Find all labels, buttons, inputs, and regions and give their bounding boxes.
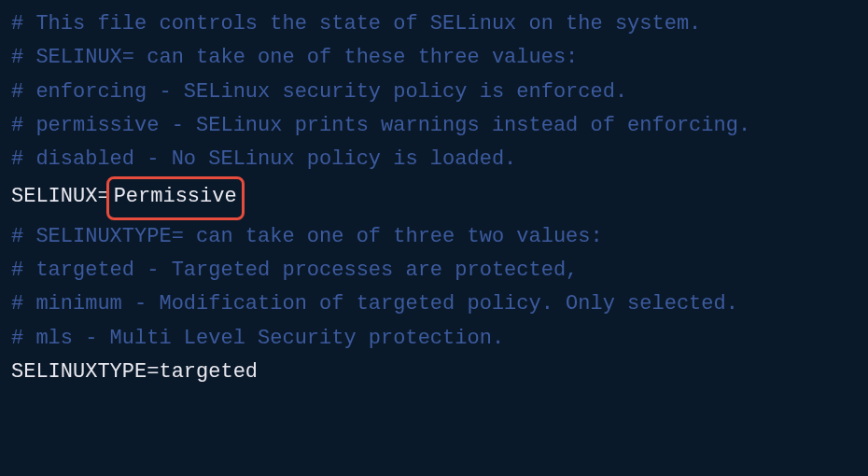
selinux-config-line: SELINUX=Permissive	[11, 176, 857, 219]
comment-line-8: # minimum - Modification of targeted pol…	[11, 287, 857, 321]
comment-line-1: # This file controls the state of SELinu…	[11, 7, 857, 41]
comment-line-7: # targeted - Targeted processes are prot…	[11, 254, 857, 287]
selinux-key: SELINUX=	[11, 185, 110, 208]
comment-line-6: # SELINUXTYPE= can take one of three two…	[11, 220, 857, 254]
comment-line-3: # enforcing - SELinux security policy is…	[11, 76, 857, 109]
comment-line-4: # permissive - SELinux prints warnings i…	[11, 109, 857, 143]
selinuxtype-config-line: SELINUXTYPE=targeted	[11, 356, 857, 389]
selinux-value-highlighted: Permissive	[106, 176, 245, 219]
comment-line-5: # disabled - No SELinux policy is loaded…	[11, 143, 857, 176]
comment-line-2: # SELINUX= can take one of these three v…	[11, 41, 857, 75]
comment-line-9: # mls - Multi Level Security protection.	[11, 322, 857, 356]
